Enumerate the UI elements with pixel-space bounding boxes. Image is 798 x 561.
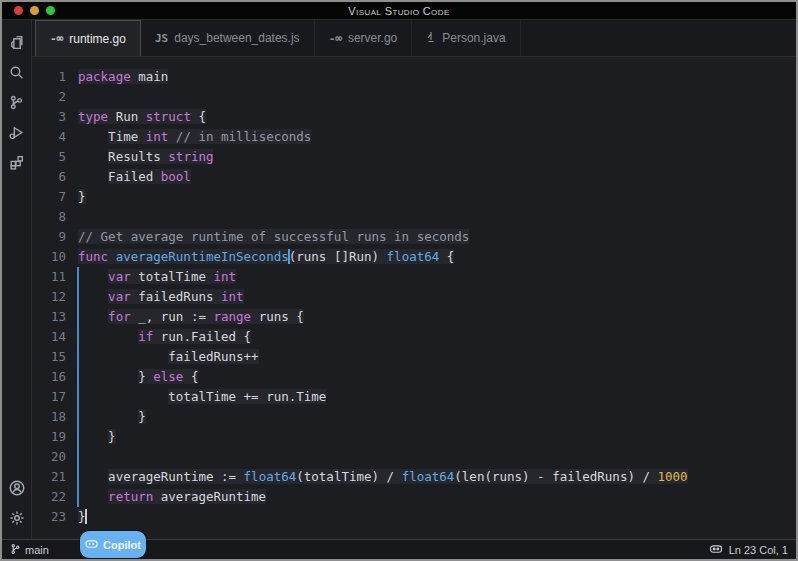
line-number: 21 xyxy=(32,467,72,487)
account-icon[interactable] xyxy=(2,473,32,503)
line-number: 13 xyxy=(32,307,72,327)
line-number: 15 xyxy=(32,347,72,367)
line-number: 23 xyxy=(32,507,72,527)
code-line[interactable]: 5 Results string xyxy=(32,147,796,167)
tab-bar: -∞ runtime.go JS days_between_dates.js -… xyxy=(32,20,796,57)
line-number: 19 xyxy=(32,427,72,447)
java-icon xyxy=(426,31,436,46)
line-number: 18 xyxy=(32,407,72,427)
explorer-icon[interactable] xyxy=(2,27,32,57)
copilot-button[interactable]: Copilot xyxy=(80,531,146,558)
line-number: 16 xyxy=(32,367,72,387)
line-number: 2 xyxy=(32,87,72,107)
settings-icon[interactable] xyxy=(2,503,32,533)
code-editor[interactable]: 1package main23type Run struct {4 Time i… xyxy=(32,57,796,541)
line-number: 8 xyxy=(32,207,72,227)
line-number: 3 xyxy=(32,107,72,127)
code-line[interactable]: 12 var failedRuns int xyxy=(32,287,796,307)
code-line[interactable]: 16 } else { xyxy=(32,367,796,387)
code-lines: 1package main23type Run struct {4 Time i… xyxy=(32,67,796,527)
code-line[interactable]: 4 Time int // in milliseconds xyxy=(32,127,796,147)
extensions-icon[interactable] xyxy=(2,147,32,177)
search-icon[interactable] xyxy=(2,57,32,87)
text-cursor xyxy=(288,249,290,264)
code-line[interactable]: 11 var totalTime int xyxy=(32,267,796,287)
code-line[interactable]: 17 totalTime += run.Time xyxy=(32,387,796,407)
git-branch-icon xyxy=(10,543,21,557)
vscode-window: Visual Studio Code xyxy=(0,0,798,561)
line-number: 10 xyxy=(32,247,72,267)
line-number: 17 xyxy=(32,387,72,407)
copilot-button-label: Copilot xyxy=(103,539,141,551)
code-line[interactable]: 14 if run.Failed { xyxy=(32,327,796,347)
code-line[interactable]: 10func averageRuntimeInSeconds(runs []Ru… xyxy=(32,247,796,267)
go-icon: -∞ xyxy=(329,32,342,45)
indent-guide xyxy=(77,267,79,507)
window-title: Visual Studio Code xyxy=(2,5,796,17)
line-number: 4 xyxy=(32,127,72,147)
code-line[interactable]: 8 xyxy=(32,207,796,227)
code-line[interactable]: 1package main xyxy=(32,67,796,87)
copilot-status-icon[interactable] xyxy=(709,544,723,555)
code-line[interactable]: 13 for _, run := range runs { xyxy=(32,307,796,327)
code-line[interactable]: 18 } xyxy=(32,407,796,427)
text-cursor xyxy=(85,509,87,524)
line-number: 12 xyxy=(32,287,72,307)
tab-runtime-go[interactable]: -∞ runtime.go xyxy=(35,20,141,56)
tab-label: days_between_dates.js xyxy=(174,31,299,45)
line-number: 11 xyxy=(32,267,72,287)
tab-label: Person.java xyxy=(442,31,505,45)
code-line[interactable]: 2 xyxy=(32,87,796,107)
line-number: 1 xyxy=(32,67,72,87)
branch-indicator[interactable]: main xyxy=(10,543,49,557)
code-line[interactable]: 9// Get average runtime of successful ru… xyxy=(32,227,796,247)
js-icon: JS xyxy=(155,32,168,45)
code-line[interactable]: 6 Failed bool xyxy=(32,167,796,187)
line-number: 5 xyxy=(32,147,72,167)
tab-label: runtime.go xyxy=(69,32,126,46)
line-number: 22 xyxy=(32,487,72,507)
code-line[interactable]: 22 return averageRuntime xyxy=(32,487,796,507)
branch-name: main xyxy=(25,544,49,556)
code-line[interactable]: 15 failedRuns++ xyxy=(32,347,796,367)
line-number: 9 xyxy=(32,227,72,247)
cursor-position[interactable]: Ln 23 Col, 1 xyxy=(729,544,788,556)
tab-days-between-dates-js[interactable]: JS days_between_dates.js xyxy=(141,20,315,56)
activity-bar xyxy=(2,20,32,541)
code-line[interactable]: 7} xyxy=(32,187,796,207)
code-line[interactable]: 20 xyxy=(32,447,796,467)
code-line[interactable]: 21 averageRuntime := float64(totalTime) … xyxy=(32,467,796,487)
line-number: 20 xyxy=(32,447,72,467)
code-line[interactable]: 3type Run struct { xyxy=(32,107,796,127)
line-number: 14 xyxy=(32,327,72,347)
line-number: 7 xyxy=(32,187,72,207)
tab-label: server.go xyxy=(348,31,397,45)
source-control-icon[interactable] xyxy=(2,87,32,117)
tab-server-go[interactable]: -∞ server.go xyxy=(315,20,413,56)
title-bar: Visual Studio Code xyxy=(2,2,796,20)
line-number: 6 xyxy=(32,167,72,187)
run-debug-icon[interactable] xyxy=(2,117,32,147)
code-line[interactable]: 19 } xyxy=(32,427,796,447)
code-line[interactable]: 23} xyxy=(32,507,796,527)
tab-person-java[interactable]: Person.java xyxy=(412,20,520,56)
copilot-icon xyxy=(85,539,98,550)
go-icon: -∞ xyxy=(50,32,63,45)
